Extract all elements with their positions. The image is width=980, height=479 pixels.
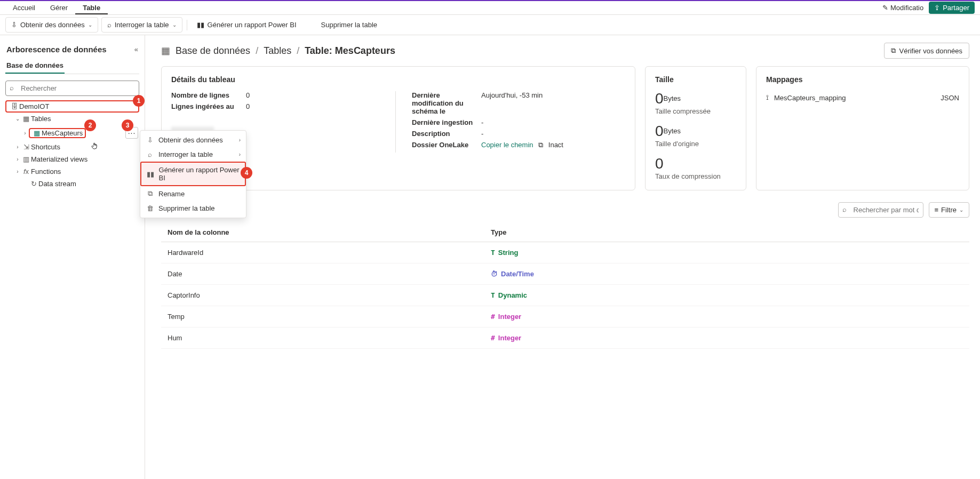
annotation-badge-1: 1 — [133, 95, 145, 107]
toolbar-delete-table[interactable]: Supprimer la table — [316, 18, 383, 32]
crumb-tables[interactable]: Tables — [264, 45, 291, 57]
filter-icon: ≡ — [935, 206, 939, 214]
toolbar-powerbi[interactable]: ▮▮ Générer un rapport Power BI — [192, 18, 302, 32]
tree-shortcuts[interactable]: › ⇲ Shortcuts — [5, 141, 139, 153]
ctx-get-data[interactable]: ⇩ Obtenir des données › — [140, 133, 246, 147]
sidebar-search: ⌕ — [5, 81, 139, 96]
database-icon: 🗄 — [10, 102, 19, 110]
tab-gerer[interactable]: Gérer — [43, 1, 75, 14]
size-card: Taille 0Bytes Taille compressée 0Bytes T… — [645, 66, 746, 190]
tree-database-demoiot[interactable]: 🗄 DemoIOT — [5, 100, 139, 113]
chevron-right-icon: › — [239, 151, 241, 157]
ctx-generate-powerbi[interactable]: ▮▮ Générer un rapport Power BI — [140, 162, 246, 186]
column-name: Hum — [161, 328, 484, 349]
column-name: HardwareId — [161, 242, 484, 264]
copy-icon[interactable]: ⧉ — [538, 141, 543, 149]
trash-icon: 🗑 — [146, 204, 154, 212]
schema-col-type[interactable]: Type — [484, 223, 969, 242]
schema-table: Nom de la colonne Type HardwareIdTString… — [161, 223, 969, 349]
table-row[interactable]: CaptorInfoTDynamic — [161, 285, 969, 306]
caret-down-icon: ⌄ — [14, 116, 21, 122]
schema-filter-button[interactable]: ≡ Filtre ⌄ — [929, 202, 969, 218]
ctx-query-table[interactable]: ⌕ Interroger la table › — [140, 147, 246, 162]
column-name: Temp — [161, 306, 484, 328]
annotation-badge-3: 3 — [122, 119, 133, 131]
content: ▦ Base de données / Tables / Table: MesC… — [145, 35, 980, 479]
breadcrumb: ▦ Base de données / Tables / Table: MesC… — [161, 45, 395, 57]
schema-col-name[interactable]: Nom de la colonne — [161, 223, 484, 242]
column-type: #Integer — [484, 306, 969, 328]
mapping-row[interactable]: ⟟ MesCapteurs_mapping JSON — [766, 91, 959, 104]
chart-icon: ▮▮ — [197, 21, 204, 29]
query-icon: ⌕ — [107, 21, 111, 29]
tree-data-stream[interactable]: ↻ Data stream — [5, 178, 139, 190]
tab-accueil[interactable]: Accueil — [5, 1, 43, 14]
stream-icon: ↻ — [29, 180, 38, 188]
cursor-indicator — [91, 141, 99, 151]
tree-functions[interactable]: › fx Functions — [5, 165, 139, 178]
copy-icon: ⧉ — [891, 46, 896, 55]
tree: 🗄 DemoIOT 1 ⌄ ▦ Tables › ▦ MesCapteu — [5, 100, 139, 190]
query-icon: ⌕ — [146, 150, 154, 158]
search-icon: ⌕ — [10, 84, 14, 92]
caret-right-icon: › — [14, 156, 21, 162]
column-type: TDynamic — [484, 285, 969, 306]
annotation-badge-2: 2 — [84, 119, 96, 131]
copy-path-link[interactable]: Copier le chemin — [481, 141, 533, 149]
caret-right-icon: › — [14, 144, 21, 150]
chevron-down-icon: ⌄ — [172, 22, 177, 28]
context-menu: ⇩ Obtenir des données › ⌕ Interroger la … — [140, 130, 246, 218]
function-icon: fx — [21, 167, 31, 175]
tree-table-mescapteurs[interactable]: › ▦ MesCapteurs ··· — [5, 125, 139, 141]
annotation-badge-4: 4 — [241, 167, 252, 179]
crumb-database[interactable]: Base de données — [176, 45, 250, 57]
verify-data-button[interactable]: ⧉ Vérifier vos données — [884, 43, 969, 59]
ctx-delete-table[interactable]: 🗑 Supprimer la table — [140, 201, 246, 215]
pencil-icon: ✎ — [882, 4, 888, 12]
sidebar-search-input[interactable] — [5, 81, 139, 96]
chevron-down-icon: ⌄ — [959, 207, 963, 213]
share-icon: ⇪ — [934, 4, 940, 12]
chevron-down-icon: ⌄ — [88, 22, 92, 28]
column-type: TString — [484, 242, 969, 264]
get-data-icon: ⇩ — [146, 136, 154, 144]
table-icon: ▦ — [32, 129, 42, 137]
tree-materialized-views[interactable]: › ▥ Materialized views — [5, 153, 139, 165]
rename-icon: ⧉ — [146, 189, 154, 198]
tables-icon: ▦ — [21, 115, 31, 123]
top-tabs-bar: Accueil Gérer Table ✎ Modificatio ⇪ Part… — [0, 0, 980, 15]
table-row[interactable]: Temp#Integer — [161, 306, 969, 328]
crumb-current: Table: MesCapteurs — [305, 45, 395, 57]
chart-icon: ▮▮ — [147, 170, 155, 178]
sidebar-title: Arborescence de données — [6, 45, 107, 54]
get-data-icon: ⇩ — [11, 21, 17, 29]
column-name: Date — [161, 264, 484, 285]
schema-search-input[interactable] — [838, 202, 923, 218]
modify-button[interactable]: ✎ Modificatio — [879, 2, 927, 13]
toolbar-divider — [187, 20, 187, 30]
caret-right-icon: › — [21, 130, 29, 136]
table-row[interactable]: Date⏱Date/Time — [161, 264, 969, 285]
tree-tables[interactable]: ⌄ ▦ Tables — [5, 113, 139, 125]
caret-right-icon: › — [14, 169, 21, 174]
tab-table[interactable]: Table — [75, 1, 108, 14]
grid-icon: ▦ — [161, 45, 170, 57]
table-row[interactable]: Hum#Integer — [161, 328, 969, 349]
sidebar: Arborescence de données « Base de donnée… — [0, 35, 145, 479]
toolbar-get-data[interactable]: ⇩ Obtenir des données ⌄ — [5, 17, 98, 33]
views-icon: ▥ — [21, 155, 31, 163]
shortcut-icon: ⇲ — [21, 143, 31, 151]
column-type: ⏱Date/Time — [484, 264, 969, 285]
chevron-right-icon: › — [239, 137, 241, 143]
map-icon: ⟟ — [766, 93, 769, 102]
toolbar-query-table[interactable]: ⌕ Interroger la table ⌄ — [101, 17, 182, 33]
sidebar-tab-database[interactable]: Base de données — [5, 57, 65, 74]
share-button[interactable]: ⇪ Partager — [929, 2, 975, 14]
mappings-card: Mappages ⟟ MesCapteurs_mapping JSON — [756, 66, 969, 190]
column-name: CaptorInfo — [161, 285, 484, 306]
ctx-rename[interactable]: ⧉ Rename — [140, 186, 246, 201]
table-row[interactable]: HardwareIdTString — [161, 242, 969, 264]
collapse-sidebar-button[interactable]: « — [134, 45, 138, 53]
column-type: #Integer — [484, 328, 969, 349]
search-icon: ⌕ — [842, 205, 847, 213]
